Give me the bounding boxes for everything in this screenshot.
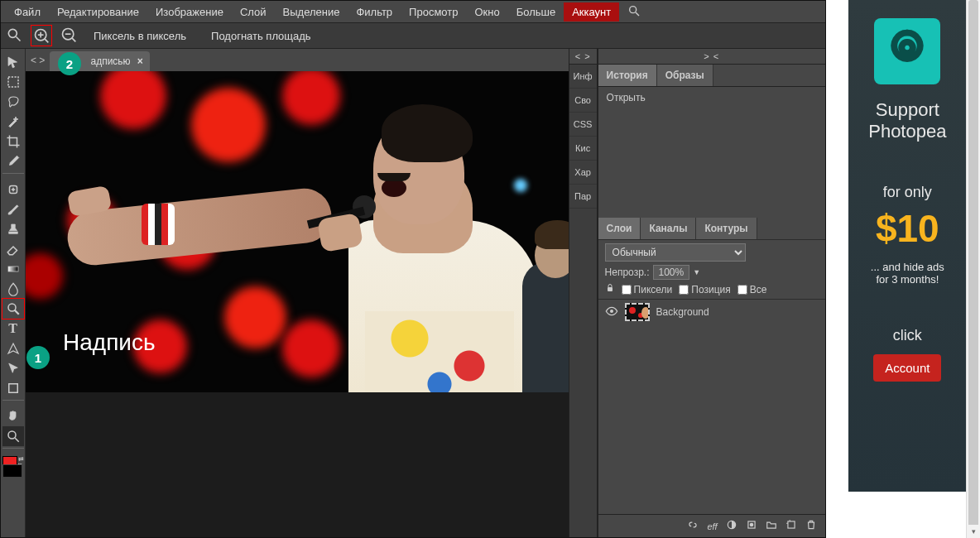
heal-tool-icon[interactable]	[2, 180, 24, 199]
wand-tool-icon[interactable]	[2, 112, 24, 132]
menu-filter[interactable]: Фильтр	[348, 2, 401, 22]
layers-controls: Обычный Непрозр.: 100% ▼ Пиксели Позиция	[598, 239, 825, 300]
fit-area[interactable]: Подогнать площадь	[203, 30, 319, 42]
strip-item-paragraph[interactable]: Пар	[569, 185, 597, 209]
ad-title-2: Photopea	[868, 121, 946, 142]
new-layer-icon[interactable]	[785, 519, 797, 533]
stamp-tool-icon[interactable]	[2, 219, 24, 239]
move-tool-icon[interactable]	[2, 52, 24, 72]
layer-list[interactable]: Background	[598, 300, 825, 514]
ad-account-button[interactable]: Account	[873, 354, 941, 382]
menu-select[interactable]: Выделение	[275, 2, 348, 22]
tab-chevrons[interactable]: < >	[31, 55, 45, 71]
menu-image[interactable]: Изображение	[147, 2, 232, 22]
color-swatches[interactable]: ⇄D	[2, 456, 24, 476]
lock-all-checkbox[interactable]: Все	[737, 284, 767, 295]
path-select-tool-icon[interactable]	[2, 358, 24, 378]
svg-point-0	[630, 6, 637, 12]
strip-item-brush[interactable]: Кис	[569, 137, 597, 161]
zoom-tool-icon[interactable]	[2, 426, 24, 446]
menu-view[interactable]: Просмотр	[401, 2, 466, 22]
menu-edit[interactable]: Редактирование	[49, 2, 147, 22]
opacity-value[interactable]: 100%	[653, 265, 690, 280]
close-tab-icon[interactable]: ×	[137, 55, 143, 67]
svg-rect-11	[8, 77, 18, 87]
separator	[2, 173, 24, 178]
svg-point-23	[610, 310, 613, 313]
page-scrollbar[interactable]: ▾	[966, 0, 980, 538]
image-content: Надпись	[26, 71, 569, 392]
strip-chevrons[interactable]: < >	[569, 49, 597, 65]
dodge-tool-icon[interactable]	[2, 299, 24, 319]
svg-rect-16	[8, 267, 18, 271]
pixel-to-pixel[interactable]: Пиксель в пиксель	[85, 30, 195, 42]
menu-account[interactable]: Аккаунт	[564, 2, 619, 22]
menu-more[interactable]: Больше	[508, 2, 564, 22]
menu-layer[interactable]: Слой	[232, 2, 275, 22]
lock-pixels-checkbox[interactable]: Пиксели	[622, 284, 673, 295]
zoom-in-button[interactable]	[31, 25, 52, 46]
svg-line-3	[17, 36, 21, 41]
strip-item-properties[interactable]: Сво	[569, 89, 597, 113]
tab-paths[interactable]: Контуры	[696, 218, 757, 239]
menu-window[interactable]: Окно	[466, 2, 507, 22]
tab-channels[interactable]: Каналы	[641, 218, 696, 239]
layer-thumbnail[interactable]	[625, 303, 650, 321]
tab-layers[interactable]: Слои	[598, 218, 641, 239]
svg-point-2	[8, 29, 17, 37]
strip-item-character[interactable]: Хар	[569, 161, 597, 185]
options-bar: Пиксель в пиксель Подогнать площадь	[1, 22, 825, 49]
scroll-down-icon[interactable]: ▾	[967, 525, 980, 538]
shape-tool-icon[interactable]	[2, 378, 24, 398]
ad-for-only: for only	[883, 184, 932, 201]
separator	[2, 448, 24, 453]
svg-point-26	[749, 523, 753, 527]
history-item-open[interactable]: Открыть	[607, 92, 817, 103]
eyedropper-tool-icon[interactable]	[2, 151, 24, 171]
collapsed-panel-strip: < > Инф Сво CSS Кис Хар Пар	[569, 49, 598, 537]
layer-effects-label[interactable]: eff	[707, 521, 717, 531]
canvas[interactable]: Надпись	[26, 71, 569, 537]
zoom-out-button[interactable]	[60, 26, 77, 46]
strip-item-css[interactable]: CSS	[569, 113, 597, 137]
layers-panel: Слои Каналы Контуры Обычный Непрозр.: 10…	[598, 218, 825, 537]
lasso-tool-icon[interactable]	[2, 92, 24, 112]
type-tool-icon[interactable]: T	[2, 319, 24, 339]
lock-position-checkbox[interactable]: Позиция	[679, 284, 730, 295]
pen-tool-icon[interactable]	[2, 339, 24, 358]
hand-tool-icon[interactable]	[2, 406, 24, 426]
opacity-slider-icon[interactable]: ▼	[693, 268, 700, 276]
strip-item-info[interactable]: Инф	[569, 65, 597, 89]
tab-samples[interactable]: Образы	[657, 65, 713, 86]
brush-tool-icon[interactable]	[2, 199, 24, 219]
blur-tool-icon[interactable]	[2, 279, 24, 299]
layers-panel-tabs: Слои Каналы Контуры	[598, 218, 825, 239]
layer-row[interactable]: Background	[598, 300, 825, 324]
link-layers-icon[interactable]	[687, 519, 699, 533]
search-icon[interactable]	[619, 1, 649, 23]
svg-line-1	[636, 12, 639, 16]
scrollbar-thumb[interactable]	[968, 0, 978, 530]
delete-layer-icon[interactable]	[805, 519, 817, 533]
menu-file[interactable]: Файл	[6, 2, 49, 22]
ad-title-1: Support	[876, 99, 939, 121]
crop-tool-icon[interactable]	[2, 132, 24, 151]
visibility-eye-icon[interactable]	[605, 305, 618, 320]
tab-history[interactable]: История	[598, 65, 657, 86]
blend-mode-select[interactable]: Обычный	[605, 243, 746, 262]
adjustment-layer-icon[interactable]	[746, 519, 757, 533]
canvas-text-caption: Надпись	[63, 329, 156, 356]
zoom-tool-icon[interactable]	[6, 26, 22, 46]
history-list[interactable]: Открыть	[598, 87, 825, 218]
layer-mask-icon[interactable]	[726, 519, 737, 533]
ad-click: click	[893, 327, 922, 344]
eraser-tool-icon[interactable]	[2, 239, 24, 259]
panels-chevrons[interactable]: > <	[598, 49, 825, 65]
new-folder-icon[interactable]	[766, 519, 777, 533]
layer-name[interactable]: Background	[656, 306, 709, 318]
background-swatch[interactable]	[2, 464, 22, 478]
marquee-tool-icon[interactable]	[2, 72, 24, 92]
svg-line-7	[45, 39, 48, 42]
svg-point-20	[8, 431, 16, 439]
gradient-tool-icon[interactable]	[2, 259, 24, 279]
